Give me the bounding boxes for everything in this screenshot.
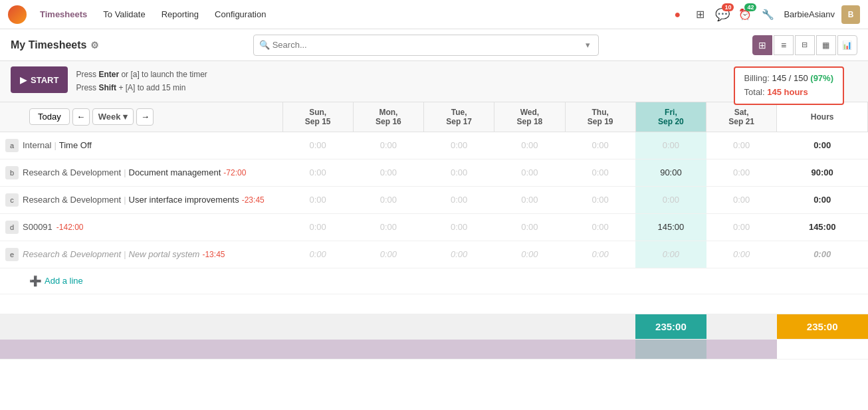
- row-d-tue[interactable]: 0:00: [424, 213, 494, 241]
- search-input[interactable]: [272, 40, 583, 50]
- shade-fri: [635, 339, 706, 359]
- totals-sat: [706, 314, 777, 339]
- row-e-sun[interactable]: 0:00: [282, 241, 353, 268]
- nav-configuration[interactable]: Configuration: [208, 7, 272, 22]
- row-a-wed[interactable]: 0:00: [494, 132, 565, 159]
- row-e-mon[interactable]: 0:00: [353, 241, 423, 268]
- prev-week-button[interactable]: ←: [72, 108, 90, 126]
- week-dropdown-chevron-icon: ▾: [123, 112, 128, 122]
- row-b-tue[interactable]: 0:00: [424, 159, 494, 186]
- row-a-sun[interactable]: 0:00: [282, 132, 353, 159]
- row-c-fri[interactable]: 0:00: [635, 186, 706, 213]
- week-dropdown[interactable]: Week ▾: [92, 108, 134, 125]
- row-d-label: d S00091 -142:00: [0, 213, 282, 241]
- view-pivot-button[interactable]: ⊟: [795, 35, 815, 55]
- row-d-hours: 145:00: [777, 213, 868, 241]
- row-d-sun[interactable]: 0:00: [282, 213, 353, 241]
- chat-icon[interactable]: 💬10: [713, 5, 732, 24]
- col-header-hours: Hours: [777, 102, 868, 132]
- view-list-button[interactable]: ≡: [774, 35, 794, 55]
- totals-fri: 235:00: [635, 314, 706, 339]
- row-c-tue[interactable]: 0:00: [424, 186, 494, 213]
- table-row: b Research & Development | Document mana…: [0, 159, 868, 186]
- row-e-letter: e: [5, 248, 19, 261]
- view-spreadsheet-button[interactable]: ▦: [816, 35, 836, 55]
- start-timer-button[interactable]: ▶ START: [11, 66, 68, 93]
- row-b-thu[interactable]: 0:00: [565, 159, 635, 186]
- row-d-wed[interactable]: 0:00: [494, 213, 565, 241]
- wrench-icon[interactable]: 🔧: [758, 5, 777, 24]
- row-b-fri[interactable]: 90:00: [635, 159, 706, 186]
- col-header-sat: Sat, Sep 21: [706, 102, 777, 132]
- col-header-mon: Mon, Sep 16: [353, 102, 423, 132]
- totals-label-cell: [0, 314, 282, 339]
- nav-to-validate[interactable]: To Validate: [96, 7, 152, 22]
- row-c-sat[interactable]: 0:00: [706, 186, 777, 213]
- avatar[interactable]: B: [841, 5, 860, 24]
- shade-row: [0, 339, 868, 359]
- row-b-sat[interactable]: 0:00: [706, 159, 777, 186]
- search-bar[interactable]: 🔍 ▾: [253, 35, 599, 56]
- settings-gear-icon[interactable]: ⚙: [90, 40, 99, 51]
- row-d-mon[interactable]: 0:00: [353, 213, 423, 241]
- totals-tue: [424, 314, 494, 339]
- row-a-label: a Internal | Time Off: [0, 132, 282, 159]
- row-e-tue[interactable]: 0:00: [424, 241, 494, 268]
- row-e-thu[interactable]: 0:00: [565, 241, 635, 268]
- search-dropdown-icon[interactable]: ▾: [583, 40, 593, 50]
- nav-timesheets[interactable]: Timesheets: [33, 7, 94, 22]
- shade-sun: [282, 339, 353, 359]
- row-a-tue[interactable]: 0:00: [424, 132, 494, 159]
- timesheet-table: Today ← Week ▾ → Sun, Sep 15: [0, 102, 868, 359]
- totals-thu: [565, 314, 635, 339]
- add-line-label: Add a line: [45, 276, 83, 286]
- row-c-letter: c: [5, 193, 19, 207]
- clock-badge: 42: [744, 3, 756, 11]
- top-navigation: Timesheets To Validate Reporting Configu…: [0, 0, 868, 29]
- spacer-row: [0, 294, 868, 314]
- next-week-button[interactable]: →: [136, 108, 154, 126]
- add-circle-icon: ➕: [29, 275, 42, 287]
- row-e-fri[interactable]: 0:00: [635, 241, 706, 268]
- start-hint: Press Enter or [a] to launch the timer P…: [68, 66, 215, 96]
- row-c-label: c Research & Development | User interfac…: [0, 186, 282, 213]
- col-header-label: Today ← Week ▾ →: [0, 102, 282, 132]
- row-b-overdue: -72:00: [223, 168, 246, 177]
- row-d-sat[interactable]: 0:00: [706, 213, 777, 241]
- page-title-area: My Timesheets ⚙: [11, 39, 99, 51]
- row-a-sat[interactable]: 0:00: [706, 132, 777, 159]
- today-button[interactable]: Today: [29, 108, 70, 125]
- row-b-label: b Research & Development | Document mana…: [0, 159, 282, 186]
- table-row: c Research & Development | User interfac…: [0, 186, 868, 213]
- row-b-wed[interactable]: 0:00: [494, 159, 565, 186]
- col-header-wed: Wed, Sep 18: [494, 102, 565, 132]
- clock-icon[interactable]: ⏰42: [736, 5, 754, 24]
- row-e-sat[interactable]: 0:00: [706, 241, 777, 268]
- nav-reporting[interactable]: Reporting: [155, 7, 205, 22]
- row-d-fri[interactable]: 145:00: [635, 213, 706, 241]
- row-c-mon[interactable]: 0:00: [353, 186, 423, 213]
- view-kanban-button[interactable]: ⊞: [752, 35, 772, 55]
- row-c-thu[interactable]: 0:00: [565, 186, 635, 213]
- row-d-thu[interactable]: 0:00: [565, 213, 635, 241]
- row-c-sun[interactable]: 0:00: [282, 186, 353, 213]
- row-a-mon[interactable]: 0:00: [353, 132, 423, 159]
- record-icon[interactable]: ●: [668, 5, 687, 24]
- grid-apps-icon[interactable]: ⊞: [691, 5, 709, 24]
- row-c-hours: 0:00: [777, 186, 868, 213]
- row-b-sun[interactable]: 0:00: [282, 159, 353, 186]
- billing-percent: (97%): [810, 73, 833, 83]
- row-a-fri[interactable]: 0:00: [635, 132, 706, 159]
- row-e-hours: 0:00: [777, 241, 868, 268]
- add-line-button[interactable]: ➕ Add a line: [29, 275, 863, 287]
- row-b-mon[interactable]: 0:00: [353, 159, 423, 186]
- action-bar: ▶ START Press Enter or [a] to launch the…: [0, 61, 868, 102]
- totals-hours: 235:00: [777, 314, 868, 339]
- user-name[interactable]: BarbieAsianv: [781, 9, 837, 19]
- row-e-wed[interactable]: 0:00: [494, 241, 565, 268]
- view-chart-button[interactable]: 📊: [837, 35, 857, 55]
- page-title: My Timesheets: [11, 39, 86, 51]
- row-a-thu[interactable]: 0:00: [565, 132, 635, 159]
- shade-hours: [777, 339, 868, 359]
- row-c-wed[interactable]: 0:00: [494, 186, 565, 213]
